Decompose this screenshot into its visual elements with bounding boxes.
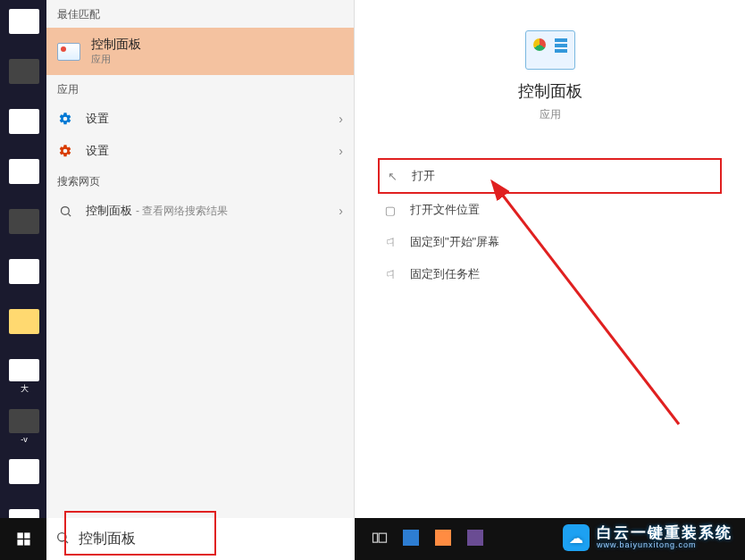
svg-rect-3: [17, 532, 22, 538]
app-item-settings-2[interactable]: 设置 ›: [46, 135, 354, 167]
svg-line-1: [68, 213, 71, 216]
svg-rect-4: [24, 532, 29, 538]
action-label: 固定到"开始"屏幕: [410, 234, 499, 250]
desktop-icon[interactable]: [7, 309, 41, 343]
desktop-icon[interactable]: [7, 9, 41, 43]
action-pin-to-taskbar[interactable]: ⚐ 固定到任务栏: [378, 258, 722, 290]
desktop-icon[interactable]: -v: [7, 409, 41, 443]
svg-rect-9: [373, 533, 378, 542]
action-pin-to-start[interactable]: ⚐ 固定到"开始"屏幕: [378, 226, 722, 258]
search-results-panel: 最佳匹配 控制面板 应用 应用 设置 › 设置 › 搜索网页 控制面板- 查看网…: [46, 0, 355, 518]
taskbar-app-icon[interactable]: [435, 530, 455, 549]
search-icon: [57, 203, 73, 219]
chevron-right-icon: ›: [339, 144, 343, 158]
desktop-icon[interactable]: [7, 159, 41, 193]
action-label: 打开文件位置: [410, 202, 480, 218]
desktop-icons: 大 -v 本 .b: [7, 0, 46, 560]
pin-icon: ⚐: [383, 236, 398, 249]
taskbar-app-icon[interactable]: [467, 530, 487, 549]
detail-subtitle: 应用: [540, 107, 561, 122]
app-item-label: 设置: [86, 111, 326, 127]
gear-icon: [57, 111, 73, 127]
action-open[interactable]: ↗ 打开: [378, 158, 722, 194]
svg-point-7: [58, 533, 66, 541]
detail-title: 控制面板: [518, 80, 582, 102]
best-match-header: 最佳匹配: [46, 0, 354, 28]
svg-point-0: [61, 206, 69, 214]
desktop-icon[interactable]: [7, 459, 41, 493]
folder-icon: ▢: [383, 204, 398, 217]
search-box-container[interactable]: [46, 518, 355, 560]
best-match-item[interactable]: 控制面板 应用: [46, 28, 354, 75]
svg-rect-5: [17, 539, 22, 545]
taskbar-items: [355, 530, 745, 549]
best-match-title: 控制面板: [91, 37, 141, 53]
apps-header: 应用: [46, 75, 354, 103]
app-item-settings-1[interactable]: 设置 ›: [46, 103, 354, 135]
start-button[interactable]: [0, 518, 46, 560]
control-panel-large-icon: [525, 30, 575, 70]
taskbar: [0, 518, 745, 560]
search-icon: [55, 531, 70, 548]
action-label: 固定到任务栏: [410, 266, 480, 282]
svg-line-8: [65, 540, 68, 543]
gear-icon: [57, 143, 73, 159]
web-search-item[interactable]: 控制面板- 查看网络搜索结果 ›: [46, 195, 354, 227]
desktop-icon[interactable]: [7, 209, 41, 243]
chevron-right-icon: ›: [339, 112, 343, 126]
web-search-header: 搜索网页: [46, 167, 354, 195]
task-view-icon[interactable]: [371, 530, 390, 549]
svg-rect-10: [379, 533, 386, 542]
search-input[interactable]: [46, 518, 355, 560]
svg-rect-13: [467, 530, 483, 546]
svg-rect-11: [403, 530, 419, 546]
desktop-icon[interactable]: [7, 109, 41, 143]
action-label: 打开: [412, 168, 435, 184]
web-search-label: 控制面板- 查看网络搜索结果: [86, 203, 326, 219]
svg-rect-6: [24, 539, 29, 545]
pin-icon: ⚐: [383, 268, 398, 281]
open-icon: ↗: [385, 170, 399, 183]
detail-panel: 控制面板 应用 ↗ 打开 ▢ 打开文件位置 ⚐ 固定到"开始"屏幕 ⚐ 固定到任…: [355, 0, 745, 518]
svg-rect-12: [435, 530, 451, 546]
desktop-icon[interactable]: 大: [7, 359, 41, 393]
desktop-icon[interactable]: [7, 59, 41, 93]
control-panel-icon: [57, 43, 80, 61]
action-open-file-location[interactable]: ▢ 打开文件位置: [378, 194, 722, 226]
taskbar-app-icon[interactable]: [403, 530, 423, 549]
app-item-label: 设置: [86, 143, 326, 159]
chevron-right-icon: ›: [339, 204, 343, 218]
desktop-icon[interactable]: [7, 259, 41, 293]
best-match-subtitle: 应用: [91, 53, 141, 66]
